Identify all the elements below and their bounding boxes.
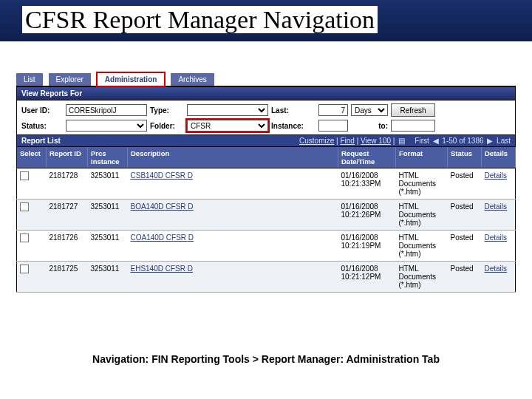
- last-unit-select[interactable]: Days: [351, 104, 388, 116]
- col-details[interactable]: Details: [482, 147, 516, 168]
- folder-select[interactable]: CFSR: [187, 120, 268, 132]
- instance-to-input[interactable]: [391, 120, 435, 132]
- last-input[interactable]: [318, 104, 348, 116]
- user-id-label: User ID:: [21, 106, 63, 115]
- details-link[interactable]: Details: [485, 265, 508, 273]
- customize-link[interactable]: Customize: [299, 137, 334, 145]
- description-link[interactable]: EHS140D CFSR D: [131, 265, 193, 273]
- details-link[interactable]: Details: [485, 202, 508, 211]
- slide-title-bar: CFSR Report Manager Navigation: [0, 0, 532, 41]
- type-label: Type:: [150, 106, 184, 115]
- tab-strip: List Explorer Administration Archives: [16, 71, 516, 87]
- view100-link[interactable]: View 100: [361, 137, 391, 145]
- instance-label: Instance:: [271, 122, 316, 130]
- tab-administration[interactable]: Administration: [97, 72, 166, 87]
- description-link[interactable]: BOA140D CFSR D: [131, 202, 194, 211]
- row-checkbox[interactable]: [20, 233, 29, 242]
- col-report-id[interactable]: Report ID: [47, 147, 88, 168]
- prev-icon[interactable]: ◀: [433, 137, 439, 145]
- first-link[interactable]: First: [415, 137, 429, 145]
- next-icon[interactable]: ▶: [487, 137, 493, 145]
- status-select[interactable]: [66, 120, 147, 132]
- cell-prcs: 3253011: [88, 200, 128, 231]
- cell-format: HTML Documents (*.htm): [396, 200, 448, 231]
- col-status[interactable]: Status: [448, 147, 482, 168]
- cell-datetime: 01/16/2008 10:21:26PM: [338, 200, 396, 231]
- cell-format: HTML Documents (*.htm): [396, 168, 448, 200]
- type-select[interactable]: [187, 104, 268, 116]
- cell-status: Posted: [448, 200, 482, 231]
- details-link[interactable]: Details: [485, 233, 508, 242]
- folder-label: Folder:: [150, 122, 184, 130]
- table-row: 21817253253011EHS140D CFSR D01/16/2008 1…: [17, 262, 516, 293]
- col-description[interactable]: Description: [128, 147, 338, 168]
- row-checkbox[interactable]: [20, 202, 29, 211]
- cell-datetime: 01/16/2008 10:21:33PM: [338, 168, 396, 200]
- cell-format: HTML Documents (*.htm): [396, 262, 448, 293]
- row-checkbox[interactable]: [20, 171, 29, 180]
- user-id-input[interactable]: [66, 104, 147, 116]
- table-header-row: Select Report ID Prcs Instance Descripti…: [17, 147, 516, 168]
- slide-title: CFSR Report Manager Navigation: [22, 6, 378, 33]
- details-link[interactable]: Details: [485, 171, 508, 180]
- cell-prcs: 3253011: [88, 262, 128, 293]
- cell-prcs: 3253011: [88, 168, 128, 200]
- report-table: Select Report ID Prcs Instance Descripti…: [16, 147, 516, 293]
- description-link[interactable]: COA140D CFSR D: [131, 233, 194, 242]
- view-reports-for-heading: View Reports For: [16, 87, 516, 100]
- navigation-caption: Navigation: FIN Reporting Tools > Report…: [0, 353, 532, 365]
- cell-report-id: 2181725: [47, 262, 88, 293]
- row-checkbox[interactable]: [20, 265, 29, 273]
- grid-actions: Customize | Find | View 100 | ▤ First ◀ …: [299, 137, 511, 145]
- tab-explorer[interactable]: Explorer: [49, 73, 91, 86]
- table-row: 21817273253011BOA140D CFSR D01/16/2008 1…: [17, 200, 516, 231]
- report-list-header: Report List Customize | Find | View 100 …: [16, 135, 516, 147]
- description-link[interactable]: CSB140D CFSR D: [131, 171, 193, 180]
- table-row: 21817283253011CSB140D CFSR D01/16/2008 1…: [17, 168, 516, 200]
- tab-archives[interactable]: Archives: [171, 73, 214, 86]
- cell-status: Posted: [448, 262, 482, 293]
- folder-field-wrap: CFSR: [187, 120, 268, 132]
- col-request-dt[interactable]: Request Date/Time: [338, 147, 396, 168]
- col-prcs-instance[interactable]: Prcs Instance: [88, 147, 128, 168]
- to-label: to:: [351, 122, 388, 130]
- cell-report-id: 2181727: [47, 200, 88, 231]
- report-manager-frame: List Explorer Administration Archives Vi…: [16, 71, 516, 293]
- cell-datetime: 01/16/2008 10:21:12PM: [338, 262, 396, 293]
- find-link[interactable]: Find: [340, 137, 354, 145]
- col-format[interactable]: Format: [396, 147, 448, 168]
- col-select[interactable]: Select: [17, 147, 47, 168]
- status-label: Status:: [21, 122, 63, 130]
- table-row: 21817263253011COA140D CFSR D01/16/2008 1…: [17, 231, 516, 262]
- cell-report-id: 2181728: [47, 168, 88, 200]
- last-link[interactable]: Last: [497, 137, 511, 145]
- tab-list[interactable]: List: [16, 73, 43, 86]
- cell-status: Posted: [448, 231, 482, 262]
- cell-format: HTML Documents (*.htm): [396, 231, 448, 262]
- range-text: 1-50 of 1386: [442, 137, 483, 145]
- refresh-button[interactable]: Refresh: [391, 103, 435, 117]
- instance-from-input[interactable]: [318, 120, 348, 132]
- report-list-heading: Report List: [21, 137, 61, 145]
- cell-status: Posted: [448, 168, 482, 200]
- cell-datetime: 01/16/2008 10:21:19PM: [338, 231, 396, 262]
- cell-prcs: 3253011: [88, 231, 128, 262]
- last-label: Last:: [271, 106, 316, 115]
- filter-panel: User ID: Type: Last: Days Refresh Status…: [16, 100, 516, 135]
- download-icon[interactable]: ▤: [398, 137, 405, 145]
- cell-report-id: 2181726: [47, 231, 88, 262]
